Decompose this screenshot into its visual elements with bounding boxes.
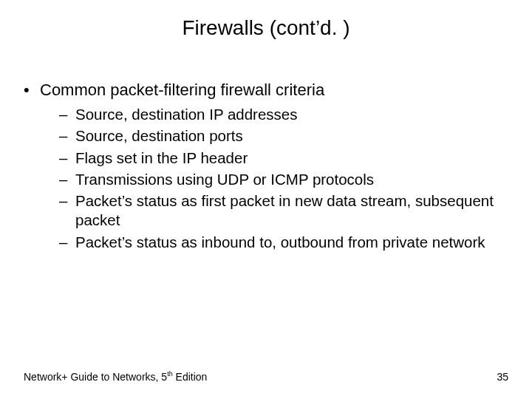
footer-sup: th: [167, 370, 173, 378]
sub-bullet-text: Flags set in the IP header: [75, 149, 248, 166]
footer-part2: Edition: [173, 371, 208, 383]
bullet-main: Common packet-filtering firewall criteri…: [24, 80, 508, 252]
sub-bullet: Transmissions using UDP or ICMP protocol…: [59, 170, 508, 189]
sub-bullet: Packet’s status as first packet in new d…: [59, 191, 508, 230]
bullet-main-text: Common packet-filtering firewall criteri…: [40, 81, 324, 99]
sub-bullet: Source, destination IP addresses: [59, 105, 508, 124]
sub-bullet: Flags set in the IP header: [59, 149, 508, 168]
slide: Firewalls (cont’d. ) Common packet-filte…: [0, 0, 532, 399]
page-number: 35: [497, 371, 508, 383]
sub-bullet: Source, destination ports: [59, 126, 508, 146]
sub-bullet-text: Source, destination IP addresses: [75, 106, 297, 123]
sub-bullet-text: Transmissions using UDP or ICMP protocol…: [75, 171, 374, 188]
sub-bullet-text: Source, destination ports: [75, 127, 243, 144]
sub-bullet-text: Packet’s status as first packet in new d…: [75, 192, 494, 228]
slide-title: Firewalls (cont’d. ): [0, 0, 532, 40]
footer-part1: Network+ Guide to Networks, 5: [24, 371, 167, 383]
sub-bullet: Packet’s status as inbound to, outbound …: [59, 233, 508, 252]
sub-bullet-text: Packet’s status as inbound to, outbound …: [75, 233, 485, 250]
footer-source: Network+ Guide to Networks, 5th Edition: [24, 370, 207, 383]
slide-body: Common packet-filtering firewall criteri…: [24, 80, 508, 255]
